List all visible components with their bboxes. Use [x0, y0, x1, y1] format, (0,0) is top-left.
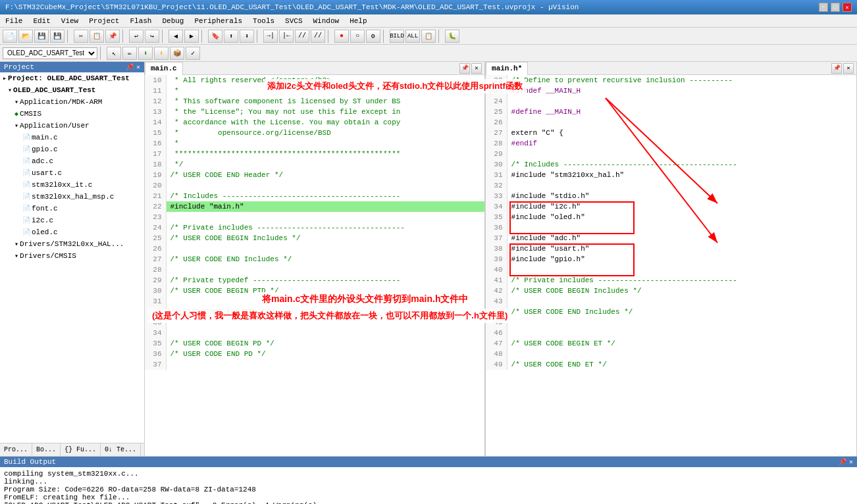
tree-item-adc-c[interactable]: 📄 adc.c: [0, 155, 144, 167]
save-all-btn[interactable]: 💾: [50, 30, 65, 43]
open-map-btn[interactable]: 📋: [421, 30, 436, 43]
table-row: 16 *: [145, 138, 484, 149]
menu-window[interactable]: Window: [311, 16, 342, 26]
tree-item-app-user[interactable]: ▾ Application/User: [0, 120, 144, 132]
table-row: 17 *************************************…: [145, 149, 484, 159]
table-row: 21 /* Includes -------------------------…: [145, 191, 484, 201]
menu-help[interactable]: Help: [347, 16, 369, 26]
folder-icon-mdk: ▾: [14, 98, 18, 106]
table-row: 37 #include "adc.h": [486, 233, 856, 243]
table-row: 29: [486, 149, 856, 159]
tree-item-i2c-c[interactable]: 📄 i2c.c: [0, 214, 144, 226]
tree-expand-icon: ▸: [3, 74, 7, 82]
menu-tools[interactable]: Tools: [250, 16, 277, 26]
close-editor-1-btn[interactable]: ✕: [471, 63, 482, 74]
menu-view[interactable]: View: [59, 16, 81, 26]
tab-books[interactable]: Bo...: [32, 443, 61, 456]
uncomment-btn[interactable]: //: [311, 30, 325, 43]
indent-btn[interactable]: →|: [263, 30, 278, 43]
tree-item-hal-msp-c[interactable]: 📄 stm32l0xx_hal_msp.c: [0, 191, 144, 203]
undo-btn[interactable]: ↩: [129, 30, 143, 43]
prev-bookmark-btn[interactable]: ⬆: [224, 30, 238, 43]
bookmark-btn[interactable]: 🔖: [208, 30, 222, 43]
menu-file[interactable]: File: [3, 16, 25, 26]
table-row: 31: [145, 296, 484, 307]
code-table-main-h: 22 /* Define to prevent recursive inclus…: [486, 75, 856, 370]
build-line-4: FromELF: creating hex file...: [4, 493, 853, 501]
editor-tab-bar-2: main.h* 📌 ✕: [486, 62, 856, 75]
file-icon-oled: 📄: [22, 228, 30, 236]
next-bookmark-btn[interactable]: ⬇: [240, 30, 254, 43]
debug-btn[interactable]: 🐛: [445, 30, 459, 43]
file-icon-main: 📄: [22, 134, 30, 141]
flash-btn[interactable]: ⬇: [138, 47, 153, 60]
project-close-btn[interactable]: ✕: [136, 63, 140, 71]
close-button[interactable]: ✕: [843, 3, 852, 12]
edit-btn[interactable]: ✏: [122, 47, 137, 60]
table-row: 29 /* Private typedef ------------------…: [145, 275, 484, 286]
tree-item-gpio-c[interactable]: 📄 gpio.c: [0, 143, 144, 155]
editor-pane-main-c: main.c 📌 ✕ 10 * All rights reserved.</ce…: [145, 62, 485, 456]
table-row: 24 /* Private includes -----------------…: [145, 222, 484, 233]
tree-item-oled-c[interactable]: 📄 oled.c: [0, 226, 144, 238]
tree-item-cmsis[interactable]: ◆ CMSIS: [0, 108, 144, 120]
tree-item-drivers-hal[interactable]: ▾ Drivers/STM32L0xx_HAL...: [0, 238, 144, 250]
new-file-btn[interactable]: 📄: [3, 30, 17, 43]
redo-btn[interactable]: ↪: [145, 30, 159, 43]
tab-functions[interactable]: {} Fu...: [61, 443, 101, 456]
menu-flash[interactable]: Flash: [127, 16, 154, 26]
select-btn[interactable]: ↖: [107, 47, 121, 60]
tree-item-it-c[interactable]: 📄 stm32l0xx_it.c: [0, 179, 144, 191]
stop-btn[interactable]: ○: [350, 30, 365, 43]
tree-item-project[interactable]: ▸ Project: OLED_ADC_USART_Test: [0, 72, 144, 84]
table-row: 49 /* USER CODE END ET */: [486, 359, 856, 370]
back-btn[interactable]: ◀: [169, 30, 183, 43]
menu-debug[interactable]: Debug: [159, 16, 186, 26]
build-close-btn[interactable]: ✕: [849, 458, 853, 466]
tab-main-h[interactable]: main.h*: [486, 62, 528, 75]
target-combo[interactable]: OLED_ADC_USART_Test: [3, 47, 97, 59]
project-pin-btn[interactable]: 📌: [126, 63, 134, 71]
rebuild-btn[interactable]: ALL: [405, 30, 420, 43]
tree-item-usart-c[interactable]: 📄 usart.c: [0, 167, 144, 179]
table-row: 24: [486, 96, 856, 107]
tree-item-font-c[interactable]: 📄 font.c: [0, 203, 144, 214]
comment-btn[interactable]: //: [295, 30, 309, 43]
close-editor-2-btn[interactable]: ✕: [843, 63, 854, 74]
erase-btn[interactable]: ⬆: [154, 47, 169, 60]
cut-btn[interactable]: ✂: [74, 30, 88, 43]
open-btn[interactable]: 📂: [18, 30, 33, 43]
prog-btn[interactable]: 📦: [170, 47, 184, 60]
copy-btn[interactable]: 📋: [90, 30, 104, 43]
editor-code-main-h[interactable]: 22 /* Define to prevent recursive inclus…: [486, 75, 856, 456]
menu-project[interactable]: Project: [86, 16, 122, 26]
paste-btn[interactable]: 📌: [105, 30, 120, 43]
menu-peripherals[interactable]: Peripherals: [192, 16, 245, 26]
tab-project[interactable]: Pro...: [0, 443, 32, 456]
tree-item-root[interactable]: ▾ OLED_ADC_USART_Test: [0, 84, 144, 96]
minimize-button[interactable]: –: [819, 3, 828, 12]
editor-code-main-c[interactable]: 10 * All rights reserved.</center></h2> …: [145, 75, 484, 456]
build-pin-btn[interactable]: 📌: [839, 458, 846, 466]
save-btn[interactable]: 💾: [34, 30, 49, 43]
toolbar-1: 📄 📂 💾 💾 ✂ 📋 📌 ↩ ↪ ◀ ▶ 🔖 ⬆ ⬇ →| |← // // …: [0, 28, 857, 45]
verify-btn[interactable]: ✓: [186, 47, 200, 60]
outdent-btn[interactable]: |←: [279, 30, 294, 43]
pin-editor-2-btn[interactable]: 📌: [831, 63, 842, 74]
run-btn[interactable]: ●: [334, 30, 349, 43]
menu-svcs[interactable]: SVCS: [282, 16, 305, 26]
pin-editor-1-btn[interactable]: 📌: [459, 63, 470, 74]
tab-main-c[interactable]: main.c: [145, 62, 183, 75]
menu-edit[interactable]: Edit: [30, 16, 53, 26]
table-row: 33: [145, 317, 484, 328]
sep7: [383, 30, 387, 43]
target-btn[interactable]: ⚙: [366, 30, 380, 43]
tree-item-drivers-cmsis[interactable]: ▾ Drivers/CMSIS: [0, 250, 144, 262]
maximize-button[interactable]: □: [831, 3, 840, 12]
forward-btn[interactable]: ▶: [184, 30, 199, 43]
tree-item-mdk-arm[interactable]: ▾ Application/MDK-ARM: [0, 96, 144, 108]
folder-icon-app: ▾: [14, 122, 18, 130]
build-btn[interactable]: BILD: [390, 30, 404, 43]
tab-templates[interactable]: 0↓ Te...: [101, 443, 141, 456]
tree-item-main-c[interactable]: 📄 main.c: [0, 132, 144, 143]
